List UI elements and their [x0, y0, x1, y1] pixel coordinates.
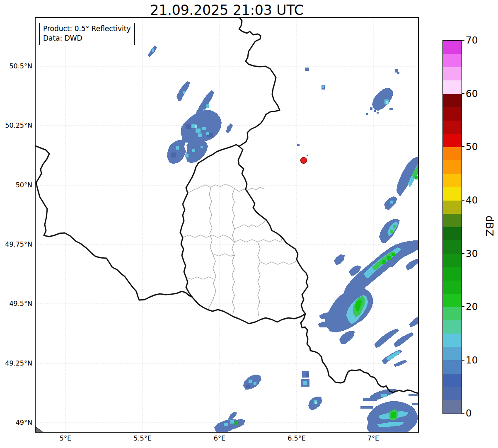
colorbar-tick: [462, 306, 464, 307]
colorbar-segment: [443, 80, 462, 94]
colorbar-tick-label: 10: [466, 355, 492, 366]
colorbar-segment: [443, 121, 462, 134]
colorbar-segment: [443, 360, 462, 373]
product-line: Product: 0.5° Reflectivity: [43, 24, 131, 34]
colorbar-tick: [462, 360, 464, 361]
xtick-label: 6.5°E: [278, 434, 315, 443]
colorbar-segment: [443, 400, 462, 414]
ytick-label: 49.25°N: [0, 359, 32, 368]
ytick-label: 49°N: [0, 418, 32, 427]
border-luxembourg: [180, 145, 308, 324]
canton-borders: [183, 184, 297, 316]
colorbar-segment: [443, 201, 462, 214]
country-borders: [35, 17, 418, 393]
colorbar-tick-label: 60: [466, 88, 492, 99]
xtick-label: 5.5°E: [124, 434, 161, 443]
colorbar-segment: [443, 160, 462, 174]
colorbar-segment: [443, 187, 462, 201]
colorbar-tick-label: 20: [466, 301, 492, 312]
colorbar-segment: [443, 94, 462, 107]
ytick-label: 50.25°N: [0, 121, 32, 130]
colorbar-tick-label: 70: [466, 35, 492, 46]
data-source-line: Data: DWD: [43, 34, 131, 43]
colorbar-segment: [443, 107, 462, 121]
product-info-box: Product: 0.5° Reflectivity Data: DWD: [39, 23, 135, 45]
colorbar-segment: [443, 307, 462, 320]
colorbar-tick: [462, 413, 464, 414]
colorbar-segment: [443, 267, 462, 280]
xtick-label: 7°E: [355, 434, 392, 443]
radar-map: [0, 0, 498, 448]
colorbar-segment: [443, 147, 462, 160]
colorbar-tick-label: 30: [466, 248, 492, 259]
xtick-label: 5°E: [47, 434, 84, 443]
border-belgium-france: [35, 146, 192, 300]
colorbar-tick-label: 40: [466, 195, 492, 206]
colorbar-segment: [443, 214, 462, 227]
corner-border-fragment: [35, 426, 43, 432]
colorbar-segment: [443, 227, 462, 240]
colorbar-segment: [443, 54, 462, 67]
colorbar-segment: [443, 41, 462, 54]
colorbar-segment: [443, 174, 462, 187]
colorbar: [442, 40, 462, 414]
radar-site-marker: [301, 157, 307, 164]
ytick-label: 50°N: [0, 181, 32, 190]
colorbar-segment: [443, 281, 462, 294]
colorbar-tick-label: 0: [466, 408, 492, 419]
border-france-germany: [301, 314, 418, 393]
colorbar-segment: [443, 374, 462, 387]
colorbar-segment: [443, 254, 462, 267]
border-belgium-germany: [239, 17, 280, 146]
colorbar-segment: [443, 240, 462, 254]
ytick-label: 50.5°N: [0, 62, 32, 71]
radar-figure: 21.09.2025 21:03 UTC: [0, 0, 498, 448]
colorbar-segment: [443, 387, 462, 400]
colorbar-segment: [443, 294, 462, 307]
colorbar-segment: [443, 134, 462, 147]
colorbar-tick-label: 50: [466, 141, 492, 153]
colorbar-unit-label: dBZ: [483, 213, 495, 239]
ytick-label: 49.5°N: [0, 299, 32, 308]
colorbar-segments: [443, 41, 462, 414]
colorbar-segment: [443, 334, 462, 347]
colorbar-tick: [462, 253, 464, 254]
colorbar-tick: [462, 93, 464, 94]
colorbar-segment: [443, 67, 462, 80]
colorbar-tick: [462, 146, 464, 147]
colorbar-tick: [462, 200, 464, 201]
xtick-label: 6°E: [201, 434, 238, 443]
colorbar-segment: [443, 347, 462, 360]
ytick-label: 49.75°N: [0, 240, 32, 249]
colorbar-tick: [462, 40, 464, 41]
colorbar-segment: [443, 320, 462, 334]
